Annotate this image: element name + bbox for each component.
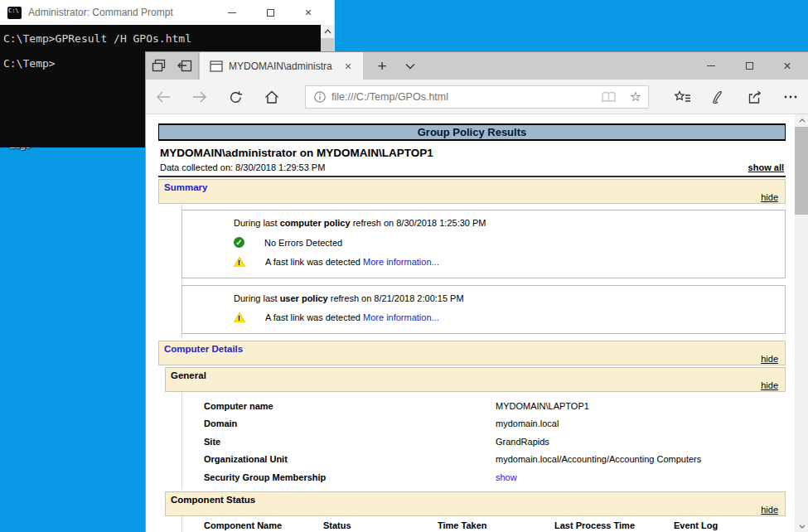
column-header: Status	[323, 520, 428, 532]
edge-browser-window: MYDOMAIN\administra × + ×	[145, 51, 808, 532]
row-label: Computer name	[204, 401, 496, 411]
table-header-row: Component Name Status Time Taken Last Pr…	[204, 520, 786, 532]
more-options-icon[interactable]	[773, 80, 808, 114]
column-header: Time Taken	[438, 520, 544, 532]
component-status-table: Component Name Status Time Taken Last Pr…	[204, 516, 786, 532]
tab-close-icon[interactable]: ×	[345, 60, 351, 72]
no-errors-text: No Errors Detected	[264, 238, 342, 248]
row-label: Organizational Unit	[204, 454, 496, 464]
row-value: MYDOMAIN\LAPTOP1	[496, 401, 589, 411]
table-row: Computer name MYDOMAIN\LAPTOP1	[181, 397, 786, 415]
cmd-line-1: C:\Temp>GPResult /H GPOs.html	[3, 32, 334, 45]
computer-policy-line: During last computer policy refresh on 8…	[234, 218, 778, 228]
report-intro: MYDOMAIN\administrator on MYDOMAIN\LAPTO…	[158, 141, 786, 177]
column-header: Event Log	[674, 520, 773, 532]
page-icon	[210, 60, 223, 72]
warning-icon	[234, 312, 245, 322]
edge-close-icon[interactable]: ×	[768, 52, 806, 80]
show-all-link[interactable]: show all	[748, 162, 784, 172]
edge-minimize-icon[interactable]	[692, 52, 730, 80]
component-status-band: Component Status hide	[165, 491, 786, 516]
computer-details-title[interactable]: Computer Details	[164, 344, 778, 354]
address-bar[interactable]: file:///C:/Temp/GPOs.html ☆	[305, 85, 649, 109]
general-band: General hide	[165, 367, 786, 392]
indent-line	[181, 392, 182, 490]
page-content: Group Policy Results MYDOMAIN\administra…	[146, 114, 808, 532]
user-policy-box: During last user policy refresh on 8/21/…	[181, 285, 786, 334]
report-title: Group Policy Results	[418, 126, 526, 138]
cmd-minimize-icon[interactable]	[213, 0, 251, 25]
row-value: mydomain.local/Accounting/Accounting Com…	[496, 454, 701, 464]
share-icon[interactable]	[738, 80, 772, 114]
cmd-maximize-icon[interactable]	[251, 0, 289, 25]
tabs-preview-icon[interactable]	[152, 59, 166, 73]
general-hide-link[interactable]: hide	[761, 380, 778, 390]
edge-maximize-icon[interactable]	[730, 52, 768, 80]
summary-title[interactable]: Summary	[164, 182, 778, 192]
tab-dropdown-icon[interactable]	[396, 52, 424, 80]
edge-tabbar: MYDOMAIN\administra × + ×	[146, 52, 808, 80]
browser-tab[interactable]: MYDOMAIN\administra ×	[200, 52, 363, 80]
summary-content: During last computer policy refresh on 8…	[158, 204, 786, 339]
data-collected-text: Data collected on: 8/30/2018 1:29:53 PM	[160, 162, 325, 172]
computer-details-band: Computer Details hide	[158, 341, 786, 365]
summary-band: Summary hide	[158, 179, 786, 204]
component-status-hide-link[interactable]: hide	[761, 505, 778, 515]
success-icon: ✓	[234, 237, 244, 248]
url-text[interactable]: file:///C:/Temp/GPOs.html	[331, 91, 601, 103]
cmd-close-icon[interactable]: ×	[289, 0, 327, 25]
cmd-titlebar[interactable]: C:\ Administrator: Command Prompt ×	[0, 0, 334, 25]
indent-line	[181, 516, 182, 532]
forward-icon[interactable]	[182, 80, 217, 114]
new-tab-button[interactable]: +	[368, 52, 396, 80]
add-favorite-star-icon[interactable]: ☆	[630, 90, 641, 104]
component-status-title[interactable]: Component Status	[171, 495, 778, 505]
edge-toolbar: file:///C:/Temp/GPOs.html ☆	[146, 80, 808, 114]
computer-details-hide-link[interactable]: hide	[761, 354, 778, 364]
set-tabs-aside-icon[interactable]	[177, 60, 192, 72]
row-value: GrandRapids	[496, 437, 549, 447]
gp-report: Group Policy Results MYDOMAIN\administra…	[158, 123, 786, 532]
more-information-link[interactable]: More information...	[363, 312, 439, 322]
reading-view-icon[interactable]	[601, 91, 617, 104]
security-group-show-link[interactable]: show	[496, 472, 517, 482]
report-header-bar: Group Policy Results	[158, 123, 786, 141]
user-policy-line: During last user policy refresh on 8/21/…	[234, 293, 778, 303]
info-icon[interactable]	[314, 91, 326, 103]
annotate-pen-icon[interactable]	[701, 80, 736, 114]
computer-policy-box: During last computer policy refresh on 8…	[181, 210, 786, 278]
hub-icon[interactable]	[665, 80, 699, 114]
general-content: Computer name MYDOMAIN\LAPTOP1 Domain my…	[158, 392, 786, 490]
page-scrollbar-thumb[interactable]	[795, 127, 808, 215]
cmd-title: Administrator: Command Prompt	[28, 7, 173, 18]
row-label: Domain	[204, 418, 496, 428]
fast-link-text: A fast link was detected More informatio…	[265, 257, 439, 267]
table-row: Security Group Membership show	[181, 468, 786, 486]
general-title[interactable]: General	[171, 370, 778, 380]
cmd-scroll-up-icon[interactable]	[321, 25, 334, 38]
back-icon[interactable]	[146, 80, 181, 114]
scroll-down-icon[interactable]	[795, 520, 808, 532]
warning-icon	[234, 257, 245, 267]
cmd-app-icon: C:\	[7, 7, 22, 19]
summary-hide-link[interactable]: hide	[761, 192, 778, 202]
scroll-up-icon[interactable]	[795, 114, 808, 127]
row-value: mydomain.local	[496, 418, 559, 428]
table-row: Organizational Unit mydomain.local/Accou…	[181, 451, 786, 469]
home-icon[interactable]	[254, 80, 289, 114]
table-row: Domain mydomain.local	[181, 415, 786, 433]
column-header: Component Name	[204, 520, 313, 532]
column-header: Last Process Time	[554, 520, 664, 532]
refresh-icon[interactable]	[218, 80, 253, 114]
table-row: Site GrandRapids	[181, 433, 786, 451]
row-label: Site	[204, 437, 496, 447]
component-status-content: Component Name Status Time Taken Last Pr…	[158, 516, 786, 532]
row-label: Security Group Membership	[204, 472, 496, 482]
fast-link-text: A fast link was detected More informatio…	[265, 312, 439, 322]
report-heading: MYDOMAIN\administrator on MYDOMAIN\LAPTO…	[160, 147, 784, 159]
more-information-link[interactable]: More information...	[363, 257, 439, 267]
tab-title: MYDOMAIN\administra	[229, 60, 343, 72]
page-scrollbar[interactable]	[795, 114, 808, 532]
